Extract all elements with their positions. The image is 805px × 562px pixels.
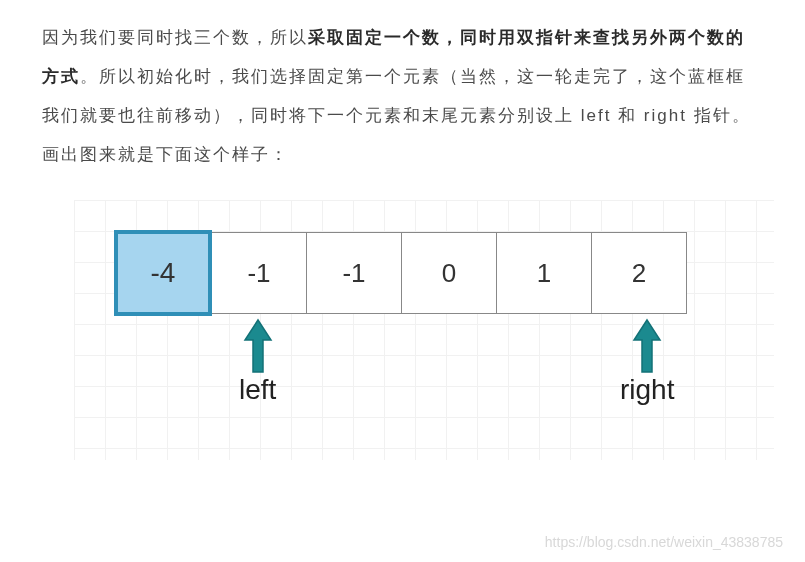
array-cell: 0 bbox=[401, 232, 497, 314]
left-pointer-label: left bbox=[239, 374, 276, 406]
paragraph-part2: 。所以初始化时，我们选择固定第一个元素（当然，这一轮走完了，这个蓝框框我们就要也… bbox=[42, 67, 751, 164]
array-cell-fixed: -4 bbox=[114, 230, 212, 316]
arrow-up-icon bbox=[630, 318, 664, 376]
right-pointer-group: right bbox=[620, 318, 674, 406]
array-cell: -1 bbox=[306, 232, 402, 314]
paragraph-part1: 因为我们要同时找三个数，所以 bbox=[42, 28, 308, 47]
explanation-paragraph: 因为我们要同时找三个数，所以采取固定一个数，同时用双指针来查找另外两个数的方式。… bbox=[42, 18, 763, 174]
right-pointer-label: right bbox=[620, 374, 674, 406]
arrow-up-icon bbox=[241, 318, 275, 376]
left-pointer-group: left bbox=[239, 318, 276, 406]
array-cell: 2 bbox=[591, 232, 687, 314]
array-diagram: -4 -1 -1 0 1 2 left right bbox=[114, 220, 734, 450]
array-cell: 1 bbox=[496, 232, 592, 314]
array-cells: -4 -1 -1 0 1 2 bbox=[114, 232, 687, 316]
watermark-text: https://blog.csdn.net/weixin_43838785 bbox=[545, 534, 783, 550]
array-cell: -1 bbox=[211, 232, 307, 314]
